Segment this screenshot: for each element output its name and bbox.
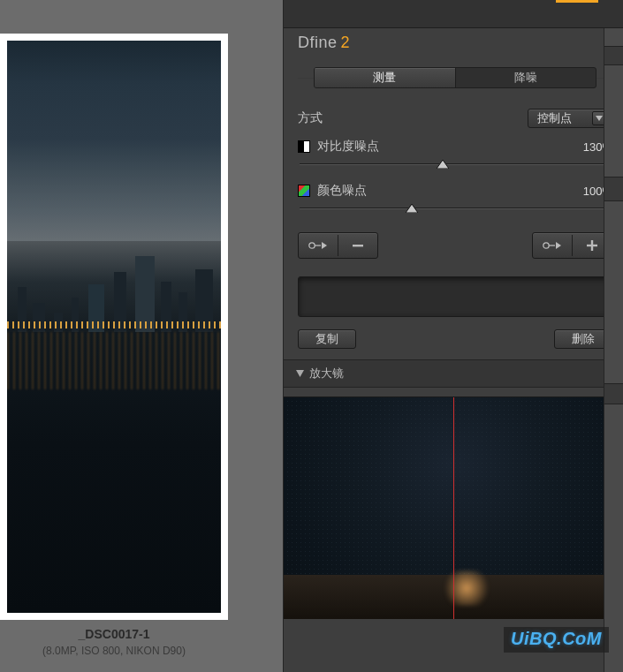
control-point-plus-tool[interactable]	[532, 232, 612, 259]
image-preview-frame	[0, 34, 228, 620]
image-filename: _DSC0017-1	[0, 627, 228, 641]
control-point-list[interactable]	[298, 276, 612, 317]
slider-thumb-icon[interactable]	[437, 158, 449, 167]
tab-reduce[interactable]: 降噪	[455, 68, 596, 87]
minus-icon[interactable]	[340, 235, 376, 256]
svg-rect-6	[591, 240, 593, 251]
image-preview[interactable]	[7, 41, 221, 613]
control-point-minus-tool[interactable]	[298, 232, 378, 259]
active-tab-indicator	[556, 0, 598, 3]
panel-scroll-rail[interactable]	[604, 28, 623, 672]
method-dropdown[interactable]: 控制点	[528, 109, 612, 128]
image-metadata: (8.0MP, ISO 800, NIKON D90)	[0, 645, 228, 657]
color-noise-label: 颜色噪点	[317, 183, 367, 199]
settings-panel: Dfine2 测量 降噪 方式 控制点 对比	[283, 0, 623, 672]
contrast-noise-slider[interactable]	[300, 163, 611, 165]
loupe-section-header[interactable]: 放大镜	[284, 359, 623, 388]
svg-point-3	[543, 243, 549, 248]
left-preview-pane: _DSC0017-1 (8.0MP, ISO 800, NIKON D90)	[0, 0, 274, 672]
loupe-title: 放大镜	[309, 366, 344, 381]
tab-measure[interactable]: 测量	[315, 68, 455, 87]
color-noise-slider[interactable]	[300, 208, 611, 209]
mode-tabs: 测量 降噪	[298, 64, 612, 91]
slider-thumb-icon[interactable]	[406, 202, 418, 211]
svg-point-0	[309, 243, 315, 248]
copy-button[interactable]: 复制	[298, 329, 356, 349]
loupe-preview[interactable]	[284, 396, 623, 619]
contrast-swatch-icon	[298, 140, 310, 153]
eyedropper-icon[interactable]	[300, 235, 336, 256]
method-label: 方式	[298, 110, 323, 126]
before-after-divider[interactable]	[453, 397, 454, 619]
disclosure-triangle-icon	[296, 367, 304, 381]
eyedropper-icon[interactable]	[535, 235, 570, 256]
color-swatch-icon	[298, 185, 310, 197]
panel-top-bar	[284, 0, 623, 28]
method-selected-value: 控制点	[537, 110, 572, 126]
app-title: Dfine2	[284, 28, 623, 61]
watermark: UiBQ.CoM	[504, 627, 609, 653]
contrast-noise-label: 对比度噪点	[317, 139, 379, 155]
svg-rect-2	[353, 245, 363, 246]
